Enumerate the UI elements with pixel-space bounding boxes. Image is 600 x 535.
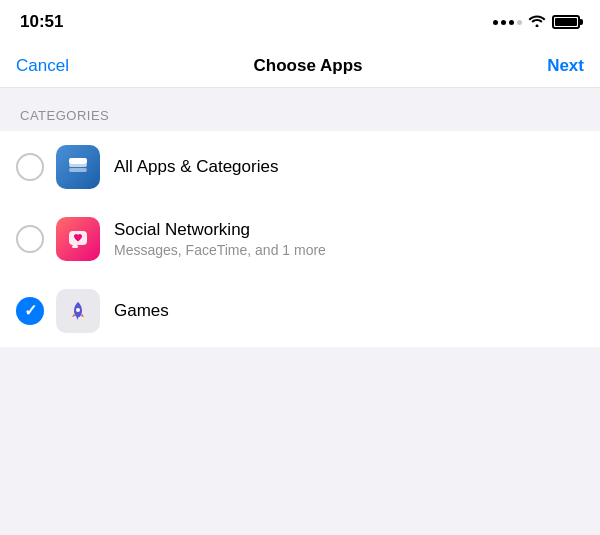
categories-list: All Apps & Categories Social Networking …	[0, 131, 600, 347]
section-header: CATEGORIES	[0, 88, 600, 131]
item-subtitle: Messages, FaceTime, and 1 more	[114, 242, 584, 258]
item-text: All Apps & Categories	[114, 157, 584, 177]
svg-rect-4	[72, 245, 78, 248]
dot-3	[509, 20, 514, 25]
battery-fill	[555, 18, 577, 26]
games-icon	[56, 289, 100, 333]
radio-unchecked[interactable]	[16, 153, 44, 181]
item-title: Games	[114, 301, 584, 321]
svg-rect-0	[69, 168, 87, 172]
dot-2	[501, 20, 506, 25]
svg-point-5	[76, 308, 80, 312]
item-title: All Apps & Categories	[114, 157, 584, 177]
item-text: Social Networking Messages, FaceTime, an…	[114, 220, 584, 258]
page-title: Choose Apps	[254, 56, 363, 76]
radio-unchecked[interactable]	[16, 225, 44, 253]
list-item[interactable]: All Apps & Categories	[0, 131, 600, 203]
radio-checked[interactable]: ✓	[16, 297, 44, 325]
list-item[interactable]: Social Networking Messages, FaceTime, an…	[0, 203, 600, 275]
item-text: Games	[114, 301, 584, 321]
list-item[interactable]: ✓ Games	[0, 275, 600, 347]
status-icons	[493, 13, 580, 31]
battery-icon	[552, 15, 580, 29]
dot-4	[517, 20, 522, 25]
signal-dots	[493, 20, 522, 25]
svg-rect-2	[69, 158, 87, 164]
status-bar: 10:51	[0, 0, 600, 44]
dot-1	[493, 20, 498, 25]
social-networking-icon	[56, 217, 100, 261]
checkmark-icon: ✓	[24, 303, 37, 319]
cancel-button[interactable]: Cancel	[16, 56, 69, 76]
nav-bar: Cancel Choose Apps Next	[0, 44, 600, 88]
all-apps-icon	[56, 145, 100, 189]
status-time: 10:51	[20, 12, 63, 32]
item-title: Social Networking	[114, 220, 584, 240]
wifi-icon	[528, 13, 546, 31]
next-button[interactable]: Next	[547, 56, 584, 76]
